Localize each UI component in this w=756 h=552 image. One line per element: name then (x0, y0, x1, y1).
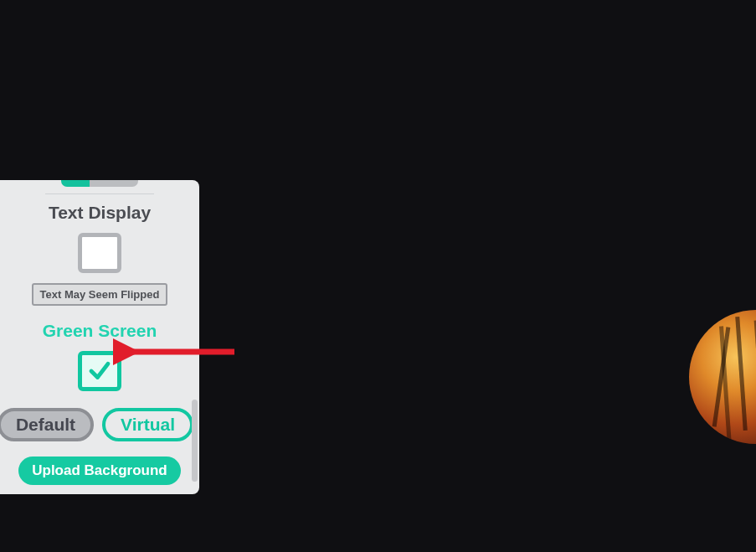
panel-scrollbar-thumb[interactable] (192, 400, 198, 482)
flip-note-badge: Text May Seem Flipped (32, 283, 168, 306)
text-display-checkbox[interactable] (78, 233, 121, 273)
green-screen-checkbox[interactable] (78, 351, 121, 391)
default-mode-button[interactable]: Default (0, 408, 94, 441)
virtual-mode-button[interactable]: Virtual (102, 408, 193, 441)
upload-background-button[interactable]: Upload Background (18, 457, 181, 485)
background-mode-row: Default Virtual (4, 408, 187, 441)
text-display-title: Text Display (49, 203, 151, 223)
settings-panel: Text Display Text May Seem Flipped Green… (0, 180, 199, 494)
green-screen-title: Green Screen (43, 321, 157, 341)
partial-toggle[interactable] (61, 180, 138, 187)
check-icon (87, 359, 112, 384)
divider (45, 193, 154, 194)
avatar[interactable] (689, 310, 756, 444)
